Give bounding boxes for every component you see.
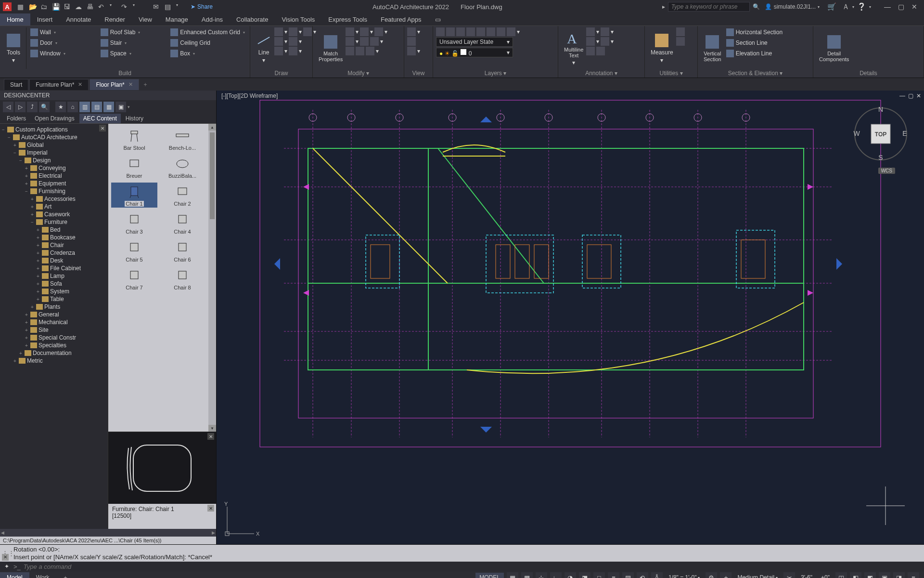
panel-layers-label[interactable]: Layers ▾: [436, 69, 555, 78]
qat-chev[interactable]: ▾: [176, 2, 184, 11]
palette-tree[interactable]: ✕ −Custom Applications −AutoCAD Architec…: [0, 124, 108, 529]
sb-model[interactable]: MODEL: [475, 573, 504, 578]
item-barstool[interactable]: Bar Stool: [111, 127, 157, 152]
sb-plus-icon[interactable]: ＋: [720, 572, 732, 578]
tree-close-icon[interactable]: ✕: [99, 125, 106, 131]
panel-section-label[interactable]: Section & Elevation ▾: [701, 69, 810, 78]
item-chair4[interactable]: Chair 4: [159, 210, 205, 236]
doctab-floorplan[interactable]: Floor Plan*✕: [90, 79, 139, 90]
layer-b-icon[interactable]: [446, 27, 455, 36]
vp-close-icon[interactable]: ✕: [916, 92, 921, 99]
search-icon[interactable]: 🔍: [753, 3, 760, 10]
arrow-right-icon[interactable]: ▸: [662, 3, 665, 10]
qat-mail-icon[interactable]: ✉: [153, 2, 161, 11]
door-button[interactable]: Door▾: [28, 38, 99, 48]
dim-b-icon[interactable]: [601, 27, 609, 36]
copy-icon[interactable]: [346, 37, 354, 46]
item-chair5[interactable]: Chair 5: [111, 238, 157, 263]
tree-hscrollbar[interactable]: ◀▶: [0, 529, 216, 537]
ribbon-tab-home[interactable]: Home: [0, 13, 30, 26]
qat-open2-icon[interactable]: 🗂: [40, 2, 49, 11]
palette-title[interactable]: DESIGNCENTER: [0, 91, 216, 100]
spline-icon[interactable]: [289, 47, 297, 55]
sb-surf-icon[interactable]: ◩: [864, 572, 876, 578]
view-b-icon[interactable]: [407, 37, 416, 46]
match-button[interactable]: Match Properties: [316, 27, 346, 69]
ribbon-tab-addins[interactable]: Add-ins: [195, 13, 230, 26]
item-chair1[interactable]: Chair 1: [111, 183, 157, 208]
ribbon-tab-featured[interactable]: Featured Apps: [374, 13, 428, 26]
qat-save-icon[interactable]: 💾: [51, 2, 60, 11]
panel-anno-label[interactable]: Annotation ▾: [561, 69, 642, 78]
rect-icon[interactable]: [274, 37, 283, 46]
wcs-badge[interactable]: WCS: [878, 168, 895, 174]
app-logo[interactable]: A: [3, 2, 12, 11]
item-chair2[interactable]: Chair 2: [159, 183, 205, 208]
hatch-icon[interactable]: [274, 47, 283, 55]
content-scrollbar[interactable]: ▲ ▼: [208, 124, 216, 432]
tools-button[interactable]: Tools ▾: [3, 27, 24, 69]
pt-up-icon[interactable]: ⤴: [27, 102, 38, 112]
ptab-folders[interactable]: Folders: [3, 114, 30, 123]
polyline-icon[interactable]: [274, 27, 283, 36]
ceiling-button[interactable]: Ceiling Grid: [168, 38, 247, 48]
item-bench[interactable]: Bench-Lo...: [159, 127, 205, 152]
qat-undo-chev[interactable]: ▾: [109, 2, 118, 11]
qat-saveas-icon[interactable]: 🖫: [63, 2, 72, 11]
item-chair3[interactable]: Chair 3: [111, 210, 157, 236]
layer-g-icon[interactable]: [497, 27, 505, 36]
move-icon[interactable]: [346, 27, 354, 36]
close-button[interactable]: ✕: [908, 3, 921, 11]
layer-f-icon[interactable]: [487, 27, 495, 36]
item-chair8[interactable]: Chair 8: [159, 266, 205, 291]
ribbon-tab-express[interactable]: Express Tools: [321, 13, 374, 26]
wall-button[interactable]: Wall▾: [28, 27, 99, 37]
pt-preview-icon[interactable]: ▤: [91, 102, 102, 112]
item-breuer[interactable]: Breuer: [111, 155, 157, 180]
sb-replace-icon[interactable]: ◧: [850, 572, 861, 578]
viewcube[interactable]: N S W E TOP: [852, 105, 910, 163]
pt-search-icon[interactable]: 🔍: [39, 102, 50, 112]
panel-modify-label[interactable]: Modify ▾: [316, 69, 401, 78]
window-button[interactable]: Window▾: [28, 49, 99, 58]
pt-desc-icon[interactable]: ▦: [103, 102, 114, 112]
qat-web-icon[interactable]: ☁: [75, 2, 83, 11]
vp-min-icon[interactable]: —: [899, 92, 905, 99]
layer-current-dropdown[interactable]: ● ☀ 🔓 0 ▾: [436, 48, 513, 57]
scroll-down-icon[interactable]: ▼: [208, 425, 216, 432]
close-icon[interactable]: ✕: [78, 81, 82, 88]
qat-plot-icon[interactable]: 🖶: [86, 2, 95, 11]
vsection-button[interactable]: Vertical Section: [701, 27, 724, 69]
qat-redo-chev[interactable]: ▾: [132, 2, 141, 11]
pt-back-icon[interactable]: ◁: [3, 102, 13, 112]
layer-e-icon[interactable]: [476, 27, 485, 36]
layer-state-dropdown[interactable]: Unsaved Layer State▾: [436, 37, 513, 47]
detailcomp-button[interactable]: Detail Components: [816, 27, 852, 69]
stair-button[interactable]: Stair▾: [99, 38, 169, 48]
sb-cut-icon[interactable]: ✂: [783, 572, 795, 578]
dim-d-icon[interactable]: [601, 37, 609, 46]
layout-add[interactable]: ＋: [56, 572, 69, 578]
sb-ortho-icon[interactable]: ∟: [550, 572, 562, 578]
stretch-icon[interactable]: [346, 47, 354, 55]
sb-annoscale-icon[interactable]: Å: [651, 572, 663, 578]
help-icon[interactable]: ❔: [854, 2, 869, 11]
maximize-button[interactable]: ▢: [894, 3, 908, 11]
item-buzzi[interactable]: BuzziBala...: [159, 155, 205, 180]
pt-tree-icon[interactable]: ▥: [79, 102, 90, 112]
sb-scale[interactable]: 1/8" = 1'-0" ▾: [666, 574, 703, 578]
scroll-up-icon[interactable]: ▲: [208, 124, 216, 131]
sb-osnap-icon[interactable]: □: [593, 572, 605, 578]
sb-iso-icon[interactable]: ⬔: [579, 572, 590, 578]
ribbon-tab-annotate[interactable]: Annotate: [59, 13, 98, 26]
pt-views-icon[interactable]: ▣: [116, 102, 126, 112]
qat-redo-icon[interactable]: ↷: [121, 2, 129, 11]
search-input[interactable]: [668, 2, 750, 12]
sb-hw-icon[interactable]: ▣: [879, 572, 890, 578]
minimize-button[interactable]: —: [881, 3, 894, 11]
pt-fav-icon[interactable]: ★: [55, 102, 66, 112]
cmd-close-icon[interactable]: ✕: [2, 554, 9, 561]
ribbon-tab-vision[interactable]: Vision Tools: [275, 13, 321, 26]
mirror-icon[interactable]: [360, 37, 369, 46]
hsection-button[interactable]: Horizontal Section: [724, 27, 810, 37]
